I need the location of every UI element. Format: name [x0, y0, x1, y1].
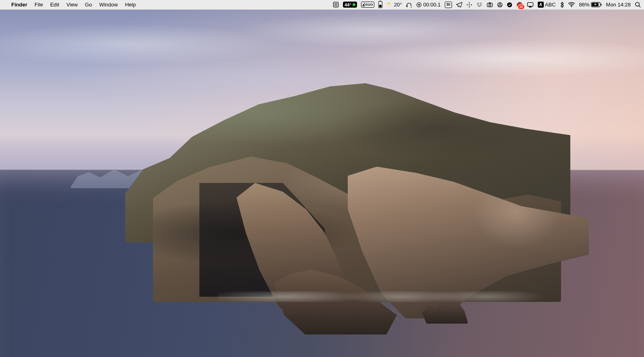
svg-point-19 — [571, 6, 572, 7]
calendar-menu[interactable]: 30 — [445, 2, 452, 8]
sync-menu[interactable] — [466, 2, 472, 8]
bluetooth-menu[interactable] — [560, 2, 564, 8]
svg-rect-21 — [601, 4, 601, 6]
screenshot-menu[interactable] — [487, 2, 493, 8]
calendar-day: 30 — [446, 3, 450, 6]
duo-bars-icon — [362, 3, 365, 6]
menu-file[interactable]: File — [31, 0, 47, 10]
telegram-menu[interactable] — [456, 2, 462, 8]
svg-point-23 — [636, 2, 639, 6]
menu-window[interactable]: Window — [95, 0, 121, 10]
menu-go[interactable]: Go — [81, 0, 95, 10]
cpu-temp-menu[interactable]: 44° — [343, 2, 357, 8]
weather-icon — [386, 2, 393, 8]
calendar-icon: 30 — [445, 2, 452, 8]
camera-icon — [487, 2, 493, 8]
check-circle-icon — [507, 2, 512, 8]
airplay-icon — [527, 2, 534, 8]
svg-rect-8 — [469, 6, 470, 7]
timer-value: 00:00.1 — [423, 0, 440, 10]
battery-percent: 86% — [579, 0, 590, 10]
spotlight-menu[interactable] — [635, 2, 641, 8]
menubar: Finder File Edit View Go Window Help 44°… — [0, 0, 644, 10]
menubar-right: 44° DUO 20° 00:00.1 30 — [333, 0, 641, 10]
stats-menu-icon[interactable] — [333, 2, 339, 8]
headphones-icon — [406, 2, 412, 8]
desktop-wallpaper[interactable] — [0, 10, 644, 357]
notifications-menu[interactable]: 12 — [516, 2, 523, 8]
diamond-grid-icon — [466, 2, 472, 8]
svg-rect-4 — [407, 5, 408, 7]
weather-temp: 20° — [394, 0, 402, 10]
menubar-left: Finder File Edit View Go Window Help — [2, 0, 139, 10]
app-menu[interactable]: Finder — [9, 0, 31, 10]
headphones-menu[interactable] — [406, 2, 412, 8]
weather-menu[interactable]: 20° — [386, 0, 402, 10]
svg-point-6 — [418, 4, 420, 5]
paper-plane-icon — [456, 2, 462, 8]
notification-badge: 12 — [518, 4, 524, 9]
menu-edit[interactable]: Edit — [47, 0, 63, 10]
dropbox-menu[interactable] — [476, 2, 483, 8]
dropbox-icon — [476, 2, 483, 8]
phone-battery-icon — [378, 1, 382, 8]
svg-rect-11 — [469, 4, 470, 5]
sketch-menu[interactable] — [497, 2, 503, 8]
svg-rect-9 — [466, 4, 468, 5]
svg-point-15 — [507, 2, 512, 7]
duo-menu[interactable]: DUO — [361, 2, 374, 8]
airplay-menu[interactable] — [527, 2, 534, 8]
duo-label: DUO — [365, 0, 373, 10]
battery-charging-icon — [591, 2, 602, 7]
battery-menu[interactable]: 86% — [579, 0, 602, 10]
menu-view[interactable]: View — [63, 0, 81, 10]
timer-menu[interactable]: 00:00.1 — [416, 0, 440, 10]
record-icon — [416, 2, 422, 8]
svg-point-13 — [489, 4, 491, 6]
island-foam — [218, 291, 551, 302]
input-source-label: ABC — [545, 0, 556, 10]
wifi-icon — [568, 2, 575, 7]
wallpaper-island — [116, 58, 580, 329]
search-icon — [635, 2, 641, 8]
temp-status-dot-icon — [353, 3, 355, 6]
clock[interactable]: Mon 14:28 — [606, 0, 631, 10]
bluetooth-icon — [560, 2, 564, 8]
svg-rect-7 — [469, 2, 470, 3]
svg-rect-10 — [471, 4, 472, 5]
svg-line-24 — [639, 6, 640, 7]
menu-help[interactable]: Help — [122, 0, 140, 10]
cpu-temp-value: 44° — [345, 0, 351, 10]
input-source-menu[interactable]: A ABC — [538, 0, 556, 10]
input-mode-icon: A — [538, 2, 544, 8]
todo-menu[interactable] — [507, 2, 512, 8]
phone-battery-menu[interactable] — [378, 1, 382, 8]
circle-triangle-icon — [497, 2, 503, 8]
wifi-menu[interactable] — [568, 2, 575, 7]
